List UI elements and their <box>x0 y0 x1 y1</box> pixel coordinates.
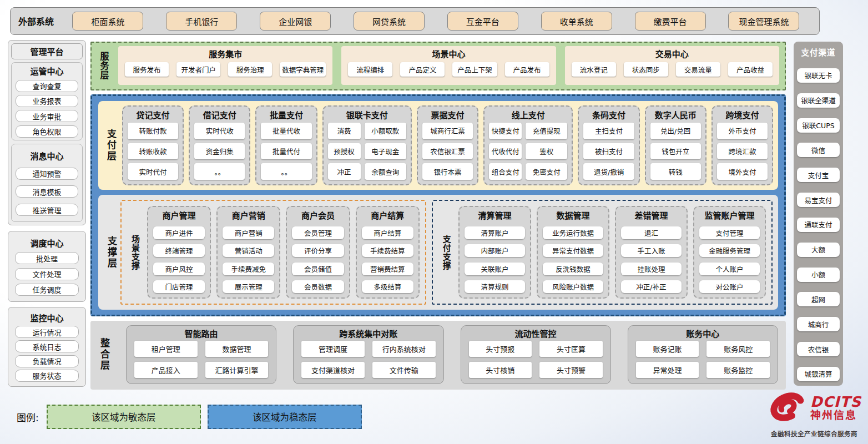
legend-stable-blue: 该区域为稳态层 <box>208 405 362 429</box>
integration-group: 账务中心账务记账账务风控异常处理账务监控 <box>628 325 778 384</box>
payment-channel-chip: 超网 <box>797 292 840 306</box>
payment-module-chip: 电子现金 <box>365 143 406 160</box>
payment-channel-chip: 支付宝 <box>797 168 840 182</box>
support-column-title: 商户管理 <box>153 209 205 221</box>
support-module-chip: 手续费结算 <box>362 244 413 257</box>
external-systems-label: 外部系统 <box>18 14 54 28</box>
sidebar-group-title: 调度中心 <box>15 237 79 249</box>
architecture-diagram: 外部系统 柜面系统手机银行企业网银网贷系统互金平台收单系统缴费平台现金管理系统 … <box>0 0 868 444</box>
service-module-chip: 流程编排 <box>348 62 392 77</box>
integration-group-items: 租户管理数据管理产品接入汇路计算引擎 <box>134 341 268 378</box>
sidebar-group: 监控中心运行情况系统日志负载情况服务状态 <box>11 310 83 384</box>
support-column-title: 商户结算 <box>362 209 413 221</box>
management-platform-title: 管理平台 <box>11 43 83 59</box>
support-module-chip: 个人账户 <box>699 263 760 275</box>
payment-channel-chip: 易宝支付 <box>797 193 840 207</box>
payment-column-title: 数字人民币 <box>650 109 701 120</box>
payment-channel-chip: 大额 <box>797 243 840 257</box>
support-module-chip: 清算规则 <box>465 280 525 293</box>
payment-channel-chip: 通联支付 <box>797 218 840 232</box>
legend-label: 图例: <box>17 410 39 424</box>
payment-column: 借记支付实时代收资金归集。。 <box>189 105 250 185</box>
support-module-chip: 支付管理 <box>699 226 760 239</box>
sidebar-module-chip: 消息模板 <box>16 185 78 198</box>
integration-layer: 整合层 智能路由租户管理数据管理产品接入汇路计算引擎跨系统集中对账管理调度行内系… <box>90 321 786 390</box>
service-group-items: 流水登记状态同步交易流量产品收益 <box>572 62 773 80</box>
legend-agile-green: 该区域为敏态层 <box>47 405 201 429</box>
support-group-label: 场景支撑 <box>127 206 142 299</box>
payment-channel-chip: 银联全渠道 <box>797 93 840 108</box>
support-column-title: 商户会员 <box>292 209 344 221</box>
support-layer: 支撑层 场景支撑商户管理商户进件终端管理商户风控门店管理商户营销商户营销营销活动… <box>98 195 778 310</box>
support-module-chip: 会员管理 <box>292 226 344 239</box>
integration-group-items: 账务记账账务风控异常处理账务监控 <box>636 341 770 378</box>
support-module-chip: 金融服务管理 <box>699 244 760 257</box>
sidebar-module-chip: 任务调度 <box>15 284 79 296</box>
integration-module-chip: 行内系统核对 <box>372 341 436 357</box>
service-module-chip: 服务治理 <box>228 62 272 77</box>
payment-module-chip: 冲正 <box>328 163 361 180</box>
service-module-chip: 开发者门户 <box>176 62 220 77</box>
support-groups: 场景支撑商户管理商户进件终端管理商户风控门店管理商户营销商户营销营销活动手续费减… <box>120 200 773 305</box>
payment-module-chip: 主扫支付 <box>583 123 634 139</box>
payment-layer-label: 支付层 <box>103 105 118 185</box>
service-module-chip: 数据字典管理 <box>280 62 326 77</box>
sidebar-group: 消息中心通知预警消息模板推送管理 <box>11 144 83 222</box>
payment-channel-chip: 城商行 <box>797 317 840 331</box>
payment-module-chip: 余额查询 <box>365 163 406 180</box>
support-module-chip: 商户营销 <box>223 226 274 239</box>
sidebar-module-chip: 服务状态 <box>15 370 79 382</box>
payment-column-title: 批量支付 <box>261 109 311 120</box>
support-module-chip: 营销费结算 <box>362 263 413 275</box>
sidebar-module-chip: 角色权限 <box>16 125 78 138</box>
support-module-chip: 关联账户 <box>465 263 525 275</box>
payment-module-chip: 转账付款 <box>128 123 178 139</box>
payment-column-title: 跨境支付 <box>717 109 768 120</box>
management-platform-panel: 管理平台 运管中心查询查复业务报表业务审批角色权限消息中心通知预警消息模板推送管… <box>8 40 86 225</box>
support-module-chip: 多级结算 <box>362 280 413 293</box>
service-group: 交易中心流水登记状态同步交易流量产品收益 <box>565 46 779 85</box>
integration-module-chip: 头寸核销 <box>469 362 532 378</box>
support-column-title: 差错管理 <box>621 209 682 221</box>
support-module-chip: 清算账户 <box>465 226 525 239</box>
service-group: 服务集市服务发布开发者门户服务治理数据字典管理 <box>118 46 332 85</box>
external-systems-items: 柜面系统手机银行企业网银网贷系统互金平台收单系统缴费平台现金管理系统 <box>64 12 808 31</box>
company-name: 神州信息 <box>810 409 861 422</box>
service-module-chip: 产品上下架 <box>452 62 497 77</box>
payment-module-chip: 小额取款 <box>365 123 406 139</box>
payment-channels-panel: 支付渠道 银联无卡银联全渠道银联CUPS微信支付宝易宝支付通联支付大额小额超网城… <box>794 42 843 386</box>
payment-channel-chip: 城银清算 <box>797 367 840 381</box>
sidebar-group-title: 监控中心 <box>15 312 79 324</box>
payment-module-chip: 组合支付 <box>489 163 522 180</box>
external-system-chip: 企业网银 <box>260 12 331 31</box>
payment-column-items: 实时代收资金归集。。 <box>194 123 245 180</box>
service-group-items: 服务发布开发者门户服务治理数据字典管理 <box>125 62 326 80</box>
support-column-title: 数据管理 <box>543 209 603 221</box>
integration-module-chip: 租户管理 <box>134 341 198 357</box>
support-module-chip: 风险账户数据 <box>543 280 603 293</box>
payment-module-chip: 资金归集 <box>194 143 245 160</box>
payment-module-chip: 预授权 <box>328 143 361 160</box>
payment-module-chip: 跨境汇款 <box>717 143 768 160</box>
payment-module-chip: 。。 <box>194 163 245 180</box>
support-column: 清算管理清算账户内部账户关联账户清算规则 <box>458 206 531 299</box>
external-system-chip: 手机银行 <box>166 12 237 31</box>
integration-group: 智能路由租户管理数据管理产品接入汇路计算引擎 <box>126 325 276 384</box>
payment-module-chip: 。。 <box>261 163 311 180</box>
external-system-chip: 现金管理系统 <box>728 12 799 31</box>
support-module-chip: 营销活动 <box>223 244 274 257</box>
support-column: 商户管理商户进件终端管理商户风控门店管理 <box>147 206 211 299</box>
payment-module-chip: 农信银汇票 <box>422 143 473 160</box>
sidebar-module-chip: 批处理 <box>15 252 79 264</box>
integration-group-items: 头寸预报头寸匡算头寸核销头寸预警 <box>469 341 603 378</box>
service-module-chip: 产品发布 <box>505 62 549 77</box>
sidebar-module-chip: 推送管理 <box>16 204 78 216</box>
support-column-title: 监管账户管理 <box>699 209 760 221</box>
integration-module-chip: 账务监控 <box>706 362 770 378</box>
sidebar-group: 调度中心批处理文件处理任务调度 <box>11 234 83 299</box>
service-module-chip: 状态同步 <box>624 62 668 77</box>
support-module-chip: 评价分享 <box>292 244 344 257</box>
support-module-chip: 会员数据 <box>292 280 344 293</box>
support-module-chip: 门店管理 <box>153 280 205 293</box>
payment-column: 贷记支付转账付款转账收款实时代付 <box>122 105 184 185</box>
